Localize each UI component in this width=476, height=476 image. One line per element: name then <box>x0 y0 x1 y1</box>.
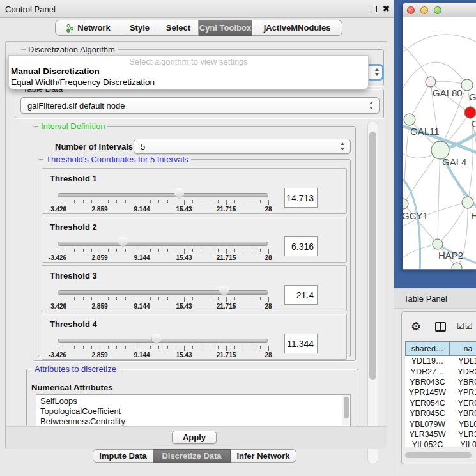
node-label: H <box>471 210 476 221</box>
node-label: HAP2 <box>438 250 463 261</box>
network-node-gal11[interactable] <box>404 114 415 125</box>
settings-scrollbar[interactable] <box>367 121 378 464</box>
zoom-traffic-light[interactable] <box>434 6 441 14</box>
slider-thumb[interactable] <box>118 237 128 248</box>
network-edge[interactable] <box>467 85 473 203</box>
table-data-value: galFiltered.sif default node <box>27 101 125 111</box>
slider-thumb[interactable] <box>219 286 229 296</box>
table-data-combobox[interactable]: galFiltered.sif default node <box>20 97 380 114</box>
top-tab-bar: NetworkStyleSelectCyni ToolboxjActiveMNo… <box>55 20 342 36</box>
threshold-panel-2: Threshold 2-3.4262.8599.14415.4321.71528… <box>42 217 347 263</box>
node-label: GAL4 <box>442 157 466 167</box>
network-node-ga[interactable] <box>461 79 473 91</box>
network-node-gal80[interactable] <box>426 77 436 87</box>
attribute-item-topologicalcoefficient[interactable]: TopologicalCoefficient <box>40 406 350 417</box>
tab-network[interactable]: Network <box>55 20 121 36</box>
tab-cyni-toolbox[interactable]: Cyni Toolbox <box>199 20 252 36</box>
network-edge[interactable] <box>403 35 476 56</box>
network-edge[interactable] <box>404 119 410 204</box>
table-row[interactable]: YIL052CYIL0 <box>405 440 476 447</box>
column-header-2[interactable]: na <box>450 341 476 356</box>
number-of-intervals-value: 5 <box>141 142 145 151</box>
control-panel: Control Panel ✖ NetworkStyleSelectCyni T… <box>0 0 394 476</box>
discretization-algorithm-label: Discretization Algorithm <box>26 45 118 54</box>
tick-label: 9.144 <box>134 206 150 213</box>
tab-label: Cyni Toolbox <box>199 23 251 33</box>
algorithm-option-manual-discretization[interactable]: Manual Discretization <box>11 66 100 76</box>
slider-track[interactable] <box>58 193 268 197</box>
apply-button[interactable]: Apply <box>172 431 217 444</box>
threshold-value-field[interactable]: 11.344 <box>284 334 318 353</box>
table-row[interactable]: YBR043CYBR0 <box>405 377 476 387</box>
slider-thumb[interactable] <box>152 334 162 345</box>
table-cell: YBR043C <box>405 377 450 387</box>
table-row[interactable]: YDR27…YDR2 <box>405 366 476 376</box>
table-row[interactable]: YBR045CYBR0 <box>405 408 476 418</box>
table-row[interactable]: YBL079WYBL0 <box>405 418 476 429</box>
tab-label: Network <box>77 23 110 33</box>
attribute-item-betweennesscentrality[interactable]: BetweennessCentrality <box>40 417 350 426</box>
tick-label: -3.426 <box>49 254 66 261</box>
table-data-group: Table Data galFiltered.sif default node <box>15 89 384 118</box>
network-canvas[interactable]: GAL80GACGAL11GAL4GCY1HHAP2 <box>403 17 476 270</box>
close-traffic-light[interactable] <box>407 6 415 14</box>
tab-impute-data[interactable]: Impute Data <box>93 449 153 463</box>
tab-jactivemnodules[interactable]: jActiveMNodules <box>252 20 342 36</box>
table-hscrollbar[interactable] <box>404 451 475 459</box>
network-node-gcy1[interactable] <box>403 199 408 209</box>
gear-icon[interactable]: ⚙ <box>411 319 421 334</box>
slider-thumb[interactable] <box>174 188 184 199</box>
algorithm-option-equal-width-frequency-discretization[interactable]: Equal Width/Frequency Discretization <box>11 77 155 87</box>
threshold-value-field[interactable]: 6.316 <box>284 236 318 256</box>
list-scrollbar[interactable] <box>342 395 349 425</box>
network-edge[interactable] <box>438 150 440 244</box>
attribute-item-selfloops[interactable]: SelfLoops <box>40 396 350 406</box>
slider-track[interactable] <box>58 339 268 343</box>
threshold-panel-1: Threshold 1-3.4262.8599.14415.4321.71528… <box>42 168 347 214</box>
network-node-c[interactable] <box>464 107 476 118</box>
minimize-traffic-light[interactable] <box>420 6 428 14</box>
interval-definition-label: Interval Definition <box>38 121 107 131</box>
slider-track[interactable] <box>58 290 268 295</box>
tick-label: 15.43 <box>176 206 192 213</box>
network-node-hap2[interactable] <box>433 239 443 249</box>
slider-ticks <box>58 249 268 254</box>
network-edge[interactable] <box>410 82 431 119</box>
close-icon[interactable]: ✖ <box>383 4 390 13</box>
tick-label: -3.426 <box>49 351 66 358</box>
tick-label: 28 <box>265 254 272 261</box>
tick-label: 21.715 <box>217 206 236 213</box>
table-row[interactable]: YDL19…YDL1 <box>405 356 476 366</box>
scrollbar-thumb[interactable] <box>369 132 376 380</box>
column-header-1[interactable]: shared… <box>405 341 450 356</box>
network-node[interactable] <box>452 263 462 270</box>
table-cell: YLR3 <box>450 429 476 440</box>
tab-label: Select <box>166 23 190 33</box>
slider-track[interactable] <box>58 242 268 246</box>
table-row[interactable]: YPR145WYPR1 <box>405 387 476 397</box>
table-cell: YIL052C <box>405 440 450 447</box>
table-row[interactable]: YLR345WYLR3 <box>405 429 476 440</box>
tick-label: -3.426 <box>49 303 66 310</box>
checkbox-icons[interactable]: ☑☑ <box>457 321 473 331</box>
network-edge[interactable] <box>438 203 468 244</box>
table-cell: YBL0 <box>450 418 476 429</box>
slider-tick-labels: -3.4262.8599.14415.4321.71528 <box>58 303 268 311</box>
table-row[interactable]: YER054CYER0 <box>405 398 476 408</box>
split-columns-icon[interactable] <box>435 322 446 332</box>
threshold-label: Threshold 4 <box>50 319 97 329</box>
threshold-value-field[interactable]: 21.4 <box>284 285 318 305</box>
network-node-h[interactable] <box>462 197 473 208</box>
slider-tick-labels: -3.4262.8599.14415.4321.71528 <box>58 206 268 213</box>
float-window-icon[interactable] <box>371 6 377 12</box>
tab-discretize-data[interactable]: Discretize Data <box>153 449 231 463</box>
tab-style[interactable]: Style <box>121 20 158 36</box>
tab-select[interactable]: Select <box>158 20 199 36</box>
number-of-intervals-combobox[interactable]: 5 <box>134 139 351 154</box>
combo-arrows-icon <box>341 142 345 150</box>
tick-label: 21.715 <box>217 351 236 358</box>
tab-infer-network[interactable]: Infer Network <box>231 449 296 463</box>
threshold-value-field[interactable]: 14.713 <box>284 188 318 208</box>
table-cell: YBR0 <box>450 377 476 387</box>
attributes-listbox[interactable]: SelfLoopsTopologicalCoefficientBetweenne… <box>36 394 351 426</box>
